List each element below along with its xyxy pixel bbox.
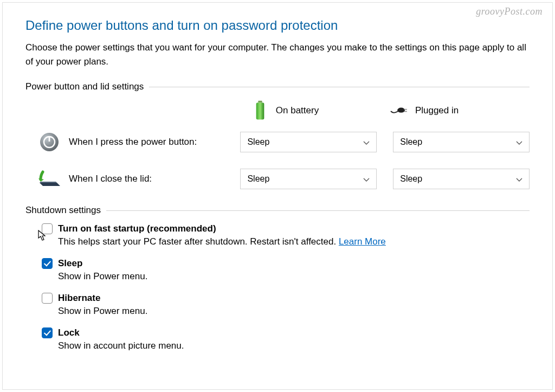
column-on-battery-label: On battery xyxy=(276,105,319,116)
sleep-desc: Show in Power menu. xyxy=(58,271,530,282)
power-button-plugged-select[interactable]: Sleep xyxy=(393,132,530,152)
row-close-lid-label: When I close the lid: xyxy=(69,173,152,184)
section-header-power-label: Power button and lid settings xyxy=(25,81,144,92)
lock-title: Lock xyxy=(58,327,80,338)
chevron-down-icon xyxy=(363,139,370,145)
hibernate-checkbox[interactable] xyxy=(42,293,53,304)
column-on-battery: On battery xyxy=(251,100,390,121)
lock-checkbox[interactable] xyxy=(42,327,53,338)
shutdown-item-hibernate: Hibernate Show in Power menu. xyxy=(42,293,530,317)
close-lid-battery-value: Sleep xyxy=(247,174,269,184)
section-header-power: Power button and lid settings xyxy=(25,81,530,92)
svg-rect-4 xyxy=(404,111,406,112)
divider xyxy=(149,87,530,87)
column-plugged-in: Plugged in xyxy=(390,100,530,121)
plug-icon xyxy=(390,100,409,121)
learn-more-link[interactable]: Learn More xyxy=(339,236,386,247)
row-power-button-label-wrap: When I press the power button: xyxy=(37,131,240,153)
power-button-battery-value: Sleep xyxy=(247,137,269,147)
fast-startup-desc-wrap: This helps start your PC faster after sh… xyxy=(58,236,530,247)
power-button-icon xyxy=(37,131,61,153)
page-description: Choose the power settings that you want … xyxy=(25,41,530,68)
shutdown-item-lock: Lock Show in account picture menu. xyxy=(42,327,530,351)
power-options-panel: groovyPost.com Define power buttons and … xyxy=(2,2,553,390)
chevron-down-icon xyxy=(516,176,522,182)
fast-startup-title: Turn on fast startup (recommended) xyxy=(58,223,216,234)
column-plugged-in-label: Plugged in xyxy=(415,105,459,116)
column-headers: On battery Plugged in xyxy=(25,100,530,121)
chevron-down-icon xyxy=(516,139,522,145)
row-close-lid-label-wrap: When I close the lid: xyxy=(37,168,240,190)
shutdown-item-fast-startup: Turn on fast startup (recommended) This … xyxy=(42,223,530,247)
section-header-shutdown-label: Shutdown settings xyxy=(25,205,101,216)
battery-icon xyxy=(251,100,269,121)
power-button-plugged-value: Sleep xyxy=(400,137,422,147)
svg-rect-7 xyxy=(49,136,50,142)
section-header-shutdown: Shutdown settings xyxy=(25,205,530,216)
svg-point-5 xyxy=(40,133,59,151)
close-lid-plugged-value: Sleep xyxy=(400,174,422,184)
column-spacer xyxy=(47,100,251,121)
row-power-button: When I press the power button: Sleep Sle… xyxy=(25,131,530,153)
row-close-lid: When I close the lid: Sleep Sleep xyxy=(25,168,530,190)
fast-startup-desc: This helps start your PC faster after sh… xyxy=(58,236,339,247)
close-lid-icon xyxy=(37,168,61,190)
page-title: Define power buttons and turn on passwor… xyxy=(25,18,530,33)
lock-desc: Show in account picture menu. xyxy=(58,340,530,351)
divider xyxy=(106,210,530,211)
shutdown-item-sleep: Sleep Show in Power menu. xyxy=(42,258,530,282)
sleep-title: Sleep xyxy=(58,258,82,269)
svg-rect-3 xyxy=(404,109,406,110)
hibernate-title: Hibernate xyxy=(58,293,100,304)
row-power-button-label: When I press the power button: xyxy=(69,137,197,147)
sleep-checkbox[interactable] xyxy=(42,258,53,269)
power-button-battery-select[interactable]: Sleep xyxy=(240,132,377,152)
hibernate-desc: Show in Power menu. xyxy=(58,306,530,317)
fast-startup-checkbox[interactable] xyxy=(42,223,53,234)
close-lid-plugged-select[interactable]: Sleep xyxy=(393,169,530,189)
chevron-down-icon xyxy=(363,176,370,182)
svg-point-2 xyxy=(397,108,405,113)
shutdown-list: Turn on fast startup (recommended) This … xyxy=(25,223,530,351)
svg-rect-1 xyxy=(256,102,264,119)
watermark-text: groovyPost.com xyxy=(476,6,543,17)
close-lid-battery-select[interactable]: Sleep xyxy=(240,169,377,189)
svg-rect-0 xyxy=(258,101,262,103)
